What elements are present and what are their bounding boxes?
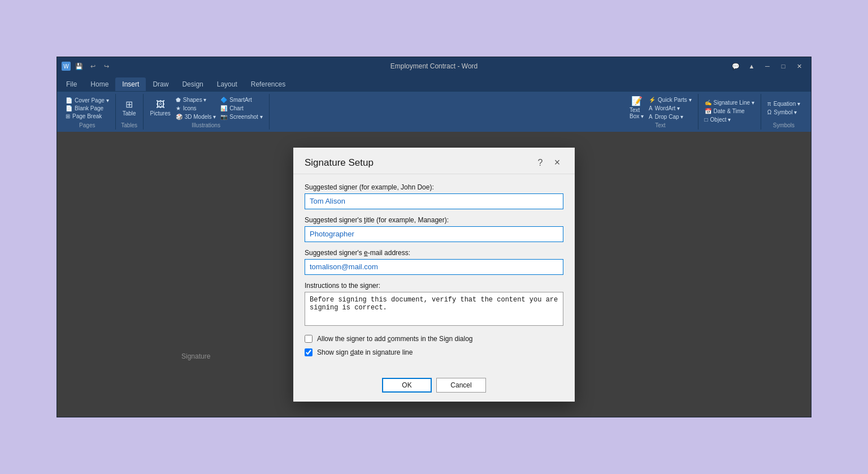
signature-items: ✍ Signature Line ▾ 📅 Date & Time □ Objec… xyxy=(703,94,756,128)
word-art-icon: A xyxy=(649,105,653,111)
page-break-btn[interactable]: ⊞ Page Break xyxy=(64,113,111,120)
instructions-textarea[interactable]: Before signing this document, verify tha… xyxy=(305,292,563,326)
ribbon-group-pages: 📄 Cover Page ▾ 📄 Blank Page ⊞ Page Break xyxy=(62,94,116,130)
show-date-group: Show sign date in signature line xyxy=(305,348,563,356)
tab-file[interactable]: File xyxy=(59,77,84,91)
title-input[interactable] xyxy=(305,226,563,242)
smartart-btn[interactable]: 🔷 SmartArt xyxy=(219,96,264,104)
pictures-icon: 🖼 xyxy=(156,100,165,109)
object-btn[interactable]: □ Object ▾ xyxy=(703,116,756,123)
illustrations-label: Illustrations xyxy=(148,122,264,130)
signature-group-label xyxy=(703,128,756,130)
minimize-btn[interactable]: ─ xyxy=(760,61,775,72)
ribbon-group-tables: ⊞ Table Tables xyxy=(118,94,144,130)
comment-btn[interactable]: 💬 xyxy=(728,61,743,72)
blank-page-icon: 📄 xyxy=(66,105,72,111)
word-window: W 💾 ↩ ↪ Employment Contract - Word 💬 ▲ ─… xyxy=(57,57,811,417)
ribbon-group-signature: ✍ Signature Line ▾ 📅 Date & Time □ Objec… xyxy=(701,94,761,130)
cancel-button[interactable]: Cancel xyxy=(436,378,486,393)
ok-button[interactable]: OK xyxy=(382,378,432,393)
dialog-title: Signature Setup xyxy=(305,157,374,169)
signer-group: Suggested signer (for example, John Doe)… xyxy=(305,183,563,209)
pages-items: 📄 Cover Page ▾ 📄 Blank Page ⊞ Page Break xyxy=(64,94,111,122)
tab-draw[interactable]: Draw xyxy=(146,77,175,91)
object-icon: □ xyxy=(705,117,708,123)
tab-design[interactable]: Design xyxy=(175,77,210,91)
shapes-btn[interactable]: ⬟ Shapes ▾ xyxy=(174,96,218,104)
signature-setup-dialog: Signature Setup ? × Suggested signer (fo… xyxy=(293,148,575,402)
ribbon-tabs: File Home Insert Draw Design Layout Refe… xyxy=(57,75,811,91)
ribbon-group-symbols: π Equation ▾ Ω Symbol ▾ Symbols xyxy=(763,94,806,130)
signature-line-icon: ✍ xyxy=(705,100,711,106)
page-break-icon: ⊞ xyxy=(66,113,70,119)
chart-btn[interactable]: 📊 Chart xyxy=(219,105,264,112)
table-btn[interactable]: ⊞ Table xyxy=(120,99,138,118)
drop-cap-btn[interactable]: A Drop Cap ▾ xyxy=(647,113,693,120)
title-bar-left: W 💾 ↩ ↪ xyxy=(62,61,111,71)
instructions-label: Instructions to the signer: xyxy=(305,282,563,290)
equation-btn[interactable]: π Equation ▾ xyxy=(766,100,802,107)
tab-layout[interactable]: Layout xyxy=(210,77,244,91)
instructions-group: Instructions to the signer: Before signi… xyxy=(305,282,563,328)
email-label: Suggested signer's e-mail address: xyxy=(305,249,563,257)
cover-page-btn[interactable]: 📄 Cover Page ▾ xyxy=(64,97,111,104)
undo-titlebar-btn[interactable]: ↩ xyxy=(88,61,98,71)
ribbon-toggle-btn[interactable]: ▲ xyxy=(744,61,759,72)
tab-references[interactable]: References xyxy=(244,77,292,91)
dialog-close-btn[interactable]: × xyxy=(551,157,563,169)
cover-page-icon: 📄 xyxy=(66,97,72,104)
chart-icon: 📊 xyxy=(220,105,227,111)
signer-label: Suggested signer (for example, John Doe)… xyxy=(305,183,563,191)
tab-home[interactable]: Home xyxy=(84,77,115,91)
dialog-header-buttons: ? × xyxy=(534,157,563,169)
illustrations-items: 🖼 Pictures ⬟ Shapes ▾ ★ Icons xyxy=(148,94,264,122)
tab-insert[interactable]: Insert xyxy=(115,77,146,91)
title-group: Suggested signer's title (for example, M… xyxy=(305,216,563,242)
signature-line-btn[interactable]: ✍ Signature Line ▾ xyxy=(703,99,756,106)
maximize-btn[interactable]: □ xyxy=(776,61,791,72)
icons-btn[interactable]: ★ Icons xyxy=(174,105,218,112)
document-area: Signature Signature Setup ? × Sugges xyxy=(57,132,811,417)
dialog-body: Suggested signer (for example, John Doe)… xyxy=(293,174,575,371)
redo-titlebar-btn[interactable]: ↪ xyxy=(101,61,111,71)
save-titlebar-btn[interactable]: 💾 xyxy=(74,61,84,71)
word-art-btn[interactable]: A WordArt ▾ xyxy=(647,105,693,112)
text-box-icon: 📝 xyxy=(631,97,643,106)
symbols-label: Symbols xyxy=(766,122,802,130)
dialog-help-btn[interactable]: ? xyxy=(534,157,546,169)
allow-comments-checkbox[interactable] xyxy=(305,335,313,343)
modal-overlay: Signature Setup ? × Suggested signer (fo… xyxy=(57,132,811,417)
text-box-btn[interactable]: 📝 TextBox ▾ xyxy=(627,96,646,120)
icons-icon: ★ xyxy=(176,105,181,111)
symbol-icon: Ω xyxy=(767,109,771,115)
symbol-btn[interactable]: Ω Symbol ▾ xyxy=(766,109,802,116)
tables-label: Tables xyxy=(120,122,138,130)
signer-input[interactable] xyxy=(305,193,563,209)
window-title: Employment Contract - Word xyxy=(390,62,478,70)
show-date-label: Show sign date in signature line xyxy=(317,348,413,356)
text-label: Text xyxy=(627,122,693,130)
screenshot-icon: 📷 xyxy=(220,114,227,120)
pictures-btn[interactable]: 🖼 Pictures xyxy=(148,99,173,118)
pages-label: Pages xyxy=(64,122,111,130)
date-time-icon: 📅 xyxy=(705,108,711,114)
window-close-btn[interactable]: ✕ xyxy=(792,61,806,72)
show-date-checkbox[interactable] xyxy=(305,348,313,356)
email-input[interactable] xyxy=(305,259,563,275)
3d-models-btn[interactable]: 🎲 3D Models ▾ xyxy=(174,113,218,120)
3d-models-icon: 🎲 xyxy=(176,114,183,120)
text-items: 📝 TextBox ▾ ⚡ Quick Parts ▾ A WordArt ▾ xyxy=(627,94,693,122)
blank-page-btn[interactable]: 📄 Blank Page xyxy=(64,105,111,112)
tables-items: ⊞ Table xyxy=(120,94,138,122)
dialog-header: Signature Setup ? × xyxy=(293,148,575,174)
quick-parts-btn[interactable]: ⚡ Quick Parts ▾ xyxy=(647,96,693,104)
word-icon: W xyxy=(62,62,71,71)
shapes-icon: ⬟ xyxy=(176,97,181,103)
title-bar: W 💾 ↩ ↪ Employment Contract - Word 💬 ▲ ─… xyxy=(57,57,811,75)
smartart-icon: 🔷 xyxy=(220,97,227,103)
date-time-btn[interactable]: 📅 Date & Time xyxy=(703,107,756,115)
email-group: Suggested signer's e-mail address: xyxy=(305,249,563,275)
dialog-footer: OK Cancel xyxy=(293,371,575,402)
equation-icon: π xyxy=(767,101,771,107)
screenshot-btn[interactable]: 📷 Screenshot ▾ xyxy=(219,113,264,120)
